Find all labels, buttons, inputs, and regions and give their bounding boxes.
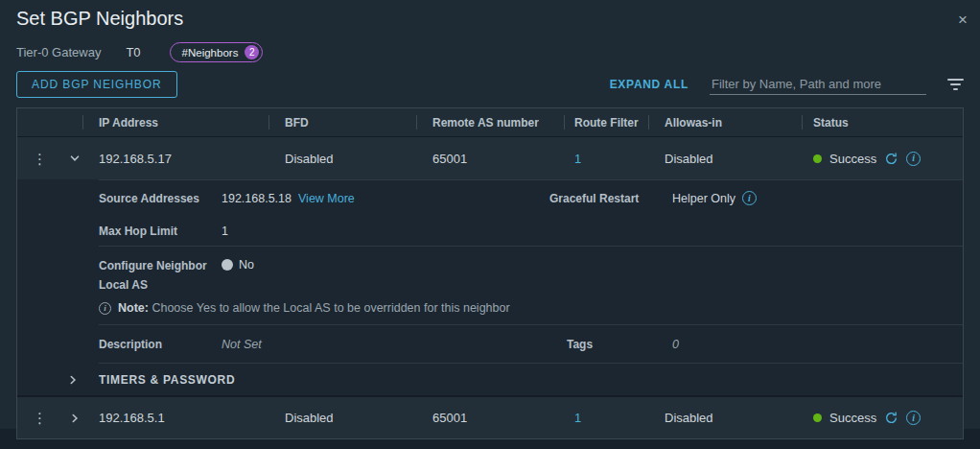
cell-allowas-in: Disabled xyxy=(648,411,802,425)
note-text: Choose Yes to allow the Local AS to be o… xyxy=(152,301,509,315)
set-bgp-neighbors-dialog: Set BGP Neighbors × Tier-0 Gateway T0 #N… xyxy=(0,0,980,449)
success-status-dot xyxy=(813,154,822,163)
route-filter-link[interactable]: 1 xyxy=(574,152,581,166)
info-icon[interactable] xyxy=(906,152,921,166)
column-header-ip-address: IP Address xyxy=(82,108,268,136)
neighbors-badge-label: #Neighbors xyxy=(182,47,239,59)
table-row[interactable]: ⋮ 192.168.5.1 Disabled 65001 1 Disabled … xyxy=(17,396,963,438)
table-header-row: IP Address BFD Remote AS number Route Fi… xyxy=(17,108,963,137)
graceful-restart-value: Helper Only xyxy=(672,192,735,205)
max-hop-limit-row: Max Hop Limit 1 xyxy=(17,216,963,246)
row-controls: ⋮ xyxy=(17,152,82,166)
column-header-route-filter: Route Filter xyxy=(564,108,648,136)
column-header-status: Status xyxy=(802,108,963,136)
column-header-allowas-in: Allowas-in xyxy=(648,108,802,136)
success-status-dot xyxy=(813,414,822,422)
status-text: Success xyxy=(829,152,876,166)
source-addresses-value: 192.168.5.18 xyxy=(222,192,292,205)
column-header-remote-as: Remote AS number xyxy=(416,108,564,136)
source-addresses-row: Source Addresses 192.168.5.18 View More … xyxy=(17,180,963,216)
toolbar-right: EXPAND ALL xyxy=(610,74,964,95)
column-header-bfd: BFD xyxy=(268,108,416,136)
info-icon[interactable] xyxy=(742,191,757,205)
gateway-name: T0 xyxy=(126,45,140,59)
add-bgp-neighbor-button[interactable]: ADD BGP NEIGHBOR xyxy=(16,71,177,98)
gateway-type-label: Tier-0 Gateway xyxy=(16,45,101,59)
toggle-knob xyxy=(222,259,233,271)
tags-value: 0 xyxy=(672,338,679,351)
neighbors-count-badge: 2 xyxy=(245,45,259,59)
tags-pair: Tags 0 xyxy=(567,325,679,363)
status-text: Success xyxy=(829,411,876,425)
timers-password-label: TIMERS & PASSWORD xyxy=(99,373,235,387)
timers-password-section[interactable]: TIMERS & PASSWORD xyxy=(17,364,963,395)
toolbar: ADD BGP NEIGHBOR EXPAND ALL xyxy=(16,71,964,96)
max-hop-limit-label: Max Hop Limit xyxy=(99,224,222,238)
configure-neighbor-label: Configure Neighbor Local AS xyxy=(99,256,222,295)
tags-label: Tags xyxy=(567,338,672,351)
toggle-value: No xyxy=(239,258,254,272)
view-more-link[interactable]: View More xyxy=(298,192,355,205)
chevron-right-icon[interactable] xyxy=(69,413,81,424)
configure-neighbor-local-as-block: Configure Neighbor Local AS No Note: Cho… xyxy=(17,247,963,324)
note-label: Note: xyxy=(118,301,149,315)
local-as-note: Note: Choose Yes to allow the Local AS t… xyxy=(99,301,963,315)
close-icon[interactable]: × xyxy=(958,12,968,28)
description-label: Description xyxy=(99,338,222,351)
cell-remote-as: 65001 xyxy=(416,152,564,166)
cell-remote-as: 65001 xyxy=(416,411,564,425)
cell-allowas-in: Disabled xyxy=(648,152,802,166)
refresh-icon[interactable] xyxy=(884,152,898,166)
cell-ip-address: 192.168.5.1 xyxy=(82,411,268,425)
expand-all-link[interactable]: EXPAND ALL xyxy=(610,78,688,91)
configure-neighbor-label-line2: Local AS xyxy=(99,275,222,295)
kebab-menu-icon[interactable]: ⋮ xyxy=(33,411,47,425)
filter-icon[interactable] xyxy=(947,79,964,90)
neighbors-badge[interactable]: #Neighbors 2 xyxy=(170,42,264,62)
info-icon[interactable] xyxy=(906,411,921,425)
graceful-restart-pair: Graceful Restart Helper Only xyxy=(549,180,757,216)
row-controls: ⋮ xyxy=(17,411,82,425)
note-info-icon xyxy=(99,302,111,315)
cell-bfd: Disabled xyxy=(268,152,416,166)
filter-input[interactable] xyxy=(710,74,926,95)
max-hop-limit-value: 1 xyxy=(222,224,228,238)
graceful-restart-label: Graceful Restart xyxy=(549,192,672,205)
cell-status: Success xyxy=(802,411,963,425)
table-row[interactable]: ⋮ 192.168.5.17 Disabled 65001 1 Disabled… xyxy=(17,137,963,179)
cell-ip-address: 192.168.5.17 xyxy=(82,152,268,166)
header-gutter xyxy=(17,108,82,136)
gateway-subtitle: Tier-0 Gateway T0 #Neighbors 2 xyxy=(16,42,263,62)
bgp-neighbors-table: IP Address BFD Remote AS number Route Fi… xyxy=(16,107,964,439)
expanded-row-details: Source Addresses 192.168.5.18 View More … xyxy=(17,179,963,396)
chevron-down-icon[interactable] xyxy=(69,153,81,164)
route-filter-link[interactable]: 1 xyxy=(574,411,581,425)
cell-bfd: Disabled xyxy=(268,411,416,425)
description-row: Description Not Set Tags 0 xyxy=(17,325,963,363)
source-addresses-label: Source Addresses xyxy=(99,192,222,205)
configure-neighbor-toggle[interactable]: No xyxy=(222,258,254,272)
configure-neighbor-label-line1: Configure Neighbor xyxy=(99,256,222,275)
description-value: Not Set xyxy=(222,338,262,351)
refresh-icon[interactable] xyxy=(884,411,898,425)
cell-status: Success xyxy=(802,152,963,166)
chevron-right-icon[interactable] xyxy=(67,374,79,386)
page-title: Set BGP Neighbors xyxy=(16,8,183,30)
kebab-menu-icon[interactable]: ⋮ xyxy=(33,152,47,166)
